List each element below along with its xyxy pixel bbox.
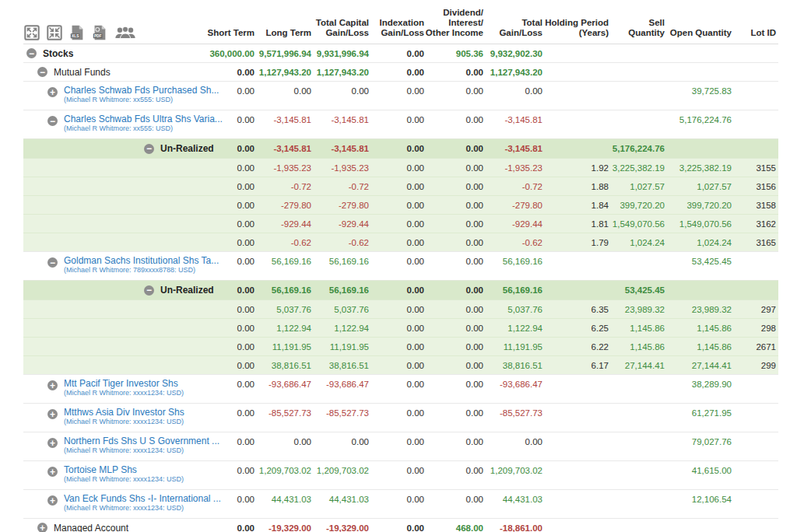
expander-plus-icon[interactable]: +: [37, 523, 47, 532]
cell-long-term: 1,209,703.02: [257, 461, 314, 475]
fund-link[interactable]: Tortoise MLP Shs: [64, 464, 184, 475]
cell-total-capital-gain-loss: 56,169.16: [314, 252, 371, 266]
cell-long-term: -85,527.73: [257, 404, 314, 418]
cell-holding-period-years: [545, 432, 611, 437]
fund-row: +Northern Fds Shs U S Government ...(Mic…: [23, 432, 778, 460]
fund-row: +Tortoise MLP Shs(Michael R Whitmore: xx…: [23, 460, 778, 489]
cell-total-gain-loss: 1,127,943.20: [486, 68, 545, 77]
cell-dividend-interest-other-income: 0.00: [427, 375, 486, 389]
lot-row: 0.00-1,935.23-1,935.230.000.00-1,935.231…: [23, 158, 778, 177]
cell-short-term: 0.00: [198, 305, 257, 314]
cell-total-gain-loss: 44,431.03: [486, 490, 545, 504]
cell-total-gain-loss: 11,191.95: [486, 342, 545, 352]
accounts-group-icon[interactable]: [114, 24, 137, 41]
expander-plus-icon[interactable]: +: [47, 380, 58, 390]
cell-indexation-gain-loss: 0.00: [371, 305, 427, 314]
fund-name-block: Charles Schwab Fds Ultra Shs Varia...(Mi…: [64, 114, 198, 132]
cell-sell-quantity: 3,225,382.19: [611, 163, 667, 173]
column-header-line: Long Term: [265, 28, 311, 38]
column-header-sell-quantity[interactable]: SellQuantity: [611, 0, 667, 44]
cell-dividend-interest-other-income: 0.00: [427, 324, 486, 333]
cell-sell-quantity: 1,145.86: [611, 324, 667, 333]
expander-minus-icon[interactable]: −: [47, 257, 58, 268]
collapse-all-icon[interactable]: [46, 24, 63, 41]
cell-open-quantity: 1,027.57: [667, 182, 734, 191]
fund-account-sublabel: (Michael R Whitmore: xx555: USD): [64, 124, 198, 132]
column-header-line: Gain/Loss: [499, 28, 542, 38]
cell-open-quantity: 23,989.32: [667, 305, 734, 314]
cell-dividend-interest-other-income: 0.00: [427, 342, 486, 352]
expander-plus-icon[interactable]: +: [47, 438, 58, 448]
cell-long-term: -3,145.81: [257, 144, 314, 153]
cell-dividend-interest-other-income: 0.00: [427, 461, 486, 475]
cell-indexation-gain-loss: 0.00: [371, 432, 427, 446]
cell-dividend-interest-other-income: 0.00: [427, 404, 486, 418]
cell-open-quantity: 399,720.20: [667, 201, 734, 210]
cell-short-term: 0.00: [198, 68, 257, 77]
cell-lot-id: 3162: [734, 219, 778, 229]
fund-link[interactable]: Charles Schwab Fds Ultra Shs Varia...: [64, 114, 198, 124]
fund-name-block: Charles Schwab Fds Purchased Sh...(Micha…: [64, 85, 198, 103]
cell-total-gain-loss: -93,686.47: [486, 375, 545, 389]
column-header-lot-id[interactable]: Lot ID: [734, 0, 778, 44]
lot-row: 0.0011,191.9511,191.950.000.0011,191.956…: [23, 337, 778, 355]
cell-sell-quantity: 1,027.57: [611, 182, 667, 191]
column-header-open-quantity[interactable]: Open Quantity: [667, 0, 734, 44]
cell-long-term: -1,935.23: [257, 163, 314, 173]
cell-total-gain-loss: -3,145.81: [486, 110, 545, 124]
column-header-holding-period-years[interactable]: Holding Period(Years): [545, 0, 611, 44]
cell-long-term: 5,037.76: [257, 305, 314, 314]
expander-minus-icon[interactable]: −: [26, 48, 37, 58]
cell-total-gain-loss: -1,935.23: [486, 163, 545, 173]
expander-minus-icon[interactable]: −: [37, 67, 47, 77]
expand-all-icon[interactable]: [23, 24, 40, 41]
lot-row: 0.0038,816.5138,816.510.000.0038,816.516…: [23, 355, 778, 374]
cell-dividend-interest-other-income: 905.36: [427, 49, 486, 58]
column-header-total-gain-loss[interactable]: TotalGain/Loss: [486, 0, 545, 44]
export-xls-icon[interactable]: XLS: [68, 24, 86, 41]
cell-total-gain-loss: 1,209,703.02: [486, 461, 545, 475]
cell-holding-period-years: [545, 490, 611, 495]
cell-total-gain-loss: 56,169.16: [486, 285, 545, 295]
cell-open-quantity: 1,024.24: [667, 238, 734, 247]
column-header-line: Indexation: [379, 18, 424, 28]
cell-short-term: 0.00: [198, 252, 257, 266]
column-header-total-capital-gain-loss[interactable]: Total CapitalGain/Loss: [314, 0, 371, 44]
subtotal-row: −Un-Realized0.0056,169.1656,169.160.000.…: [23, 280, 778, 299]
cell-total-capital-gain-loss: -3,145.81: [314, 144, 371, 153]
cell-total-capital-gain-loss: 11,191.95: [314, 342, 371, 352]
fund-link[interactable]: Mtt Pacif Tiger Investor Shs: [64, 378, 184, 389]
cell-short-term: 0.00: [198, 82, 257, 96]
fund-link[interactable]: Charles Schwab Fds Purchased Sh...: [64, 85, 198, 96]
expander-minus-icon[interactable]: −: [144, 285, 154, 296]
cell-short-term: 0.00: [198, 238, 257, 247]
cell-short-term: 0.00: [198, 523, 257, 532]
cell-dividend-interest-other-income: 468.00: [427, 523, 486, 532]
column-header-indexation-gain-loss[interactable]: IndexationGain/Loss: [371, 0, 427, 44]
fund-row: +Mtt Pacif Tiger Investor Shs(Michael R …: [23, 374, 778, 403]
expander-minus-icon[interactable]: −: [47, 116, 58, 126]
cell-total-capital-gain-loss: 1,127,943.20: [314, 68, 371, 77]
column-header-short-term[interactable]: Short Term: [198, 0, 257, 44]
expander-plus-icon[interactable]: +: [47, 495, 58, 506]
cell-holding-period-years: 6.22: [545, 342, 611, 352]
group-row: −Mutual Funds0.001,127,943.201,127,943.2…: [23, 62, 778, 81]
expander-minus-icon[interactable]: −: [144, 144, 154, 154]
fund-link[interactable]: Northern Fds Shs U S Government ...: [64, 436, 198, 446]
column-header-line: Total Capital: [316, 18, 369, 28]
fund-account-sublabel: (Michael R Whitmore: xx555: USD): [64, 96, 198, 103]
cell-indexation-gain-loss: 0.00: [371, 252, 427, 266]
cell-sell-quantity: [611, 82, 667, 86]
column-header-long-term[interactable]: Long Term: [257, 0, 314, 44]
fund-link[interactable]: Mtthws Asia Div Investor Shs: [64, 407, 184, 418]
expander-plus-icon[interactable]: +: [47, 409, 58, 419]
fund-link[interactable]: Van Eck Funds Shs -I- International ...: [64, 493, 198, 504]
expander-plus-icon[interactable]: +: [47, 467, 58, 477]
cell-open-quantity: 1,145.86: [667, 324, 734, 333]
cell-sell-quantity: 1,024.24: [611, 238, 667, 247]
column-header-dividend-interest-other-income[interactable]: Dividend/Interest/Other Income: [427, 0, 486, 44]
expander-plus-icon[interactable]: +: [47, 87, 58, 97]
export-pdf-icon[interactable]: PDF: [91, 24, 108, 41]
column-header-line: Holding Period: [545, 18, 609, 28]
fund-link[interactable]: Goldman Sachs Institutional Shs Ta...: [64, 255, 198, 266]
